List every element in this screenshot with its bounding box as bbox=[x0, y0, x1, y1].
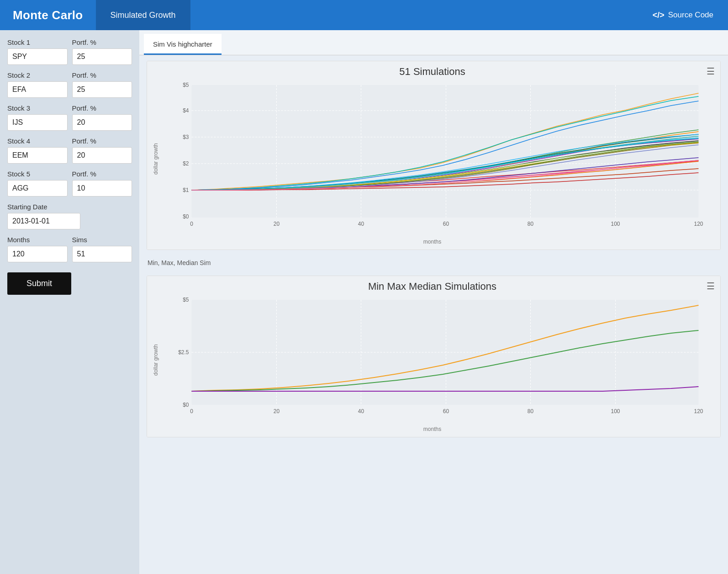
starting-date-label: Starting Date bbox=[7, 203, 132, 211]
svg-text:20: 20 bbox=[274, 408, 280, 415]
portf3-col: Portf. % bbox=[72, 104, 132, 131]
main-layout: Stock 1 Portf. % Stock 2 Portf. % Stock … bbox=[0, 30, 728, 574]
stock5-label: Stock 5 bbox=[7, 170, 68, 178]
chart1-svg: $5 $4 $3 $2 $1 $0 0 20 40 60 bbox=[163, 80, 714, 236]
portf4-input[interactable] bbox=[72, 147, 132, 164]
stock3-row: Stock 3 Portf. % bbox=[7, 104, 132, 131]
svg-text:$5: $5 bbox=[183, 82, 189, 88]
source-code-icon: </> bbox=[653, 11, 665, 20]
portf2-label: Portf. % bbox=[72, 71, 132, 79]
svg-text:120: 120 bbox=[694, 221, 703, 227]
chart2-svg-wrapper: dollar growth bbox=[151, 295, 714, 425]
portf1-col: Portf. % bbox=[72, 38, 132, 65]
app-header: Monte Carlo Simulated Growth </> Source … bbox=[0, 0, 728, 30]
portf4-label: Portf. % bbox=[72, 137, 132, 145]
chart1-menu-icon[interactable]: ☰ bbox=[707, 66, 715, 77]
chart2-title: Min Max Median Simulations bbox=[151, 281, 714, 292]
stock3-col: Stock 3 bbox=[7, 104, 68, 131]
svg-text:20: 20 bbox=[274, 221, 280, 227]
stock1-col: Stock 1 bbox=[7, 38, 68, 65]
source-code-label: Source Code bbox=[668, 11, 713, 20]
chart2-box: Min Max Median Simulations ☰ dollar grow… bbox=[147, 276, 720, 437]
sims-label: Sims bbox=[72, 236, 132, 244]
stock2-row: Stock 2 Portf. % bbox=[7, 71, 132, 98]
submit-button[interactable]: Submit bbox=[7, 272, 71, 295]
svg-text:$3: $3 bbox=[183, 134, 189, 140]
chart2-svg: $5 $2.5 $0 0 20 40 60 80 100 120 bbox=[163, 295, 714, 423]
stock5-input[interactable] bbox=[7, 180, 68, 197]
chart1-title: 51 Simulations bbox=[151, 66, 714, 78]
charts-container: 51 Simulations ☰ dollar growth bbox=[139, 55, 728, 445]
svg-text:120: 120 bbox=[694, 408, 703, 415]
stock1-row: Stock 1 Portf. % bbox=[7, 38, 132, 65]
portf1-label: Portf. % bbox=[72, 38, 132, 46]
chart1-box: 51 Simulations ☰ dollar growth bbox=[147, 61, 720, 250]
svg-text:80: 80 bbox=[528, 408, 534, 415]
stock2-label: Stock 2 bbox=[7, 71, 68, 79]
stock4-col: Stock 4 bbox=[7, 137, 68, 164]
svg-text:0: 0 bbox=[190, 221, 193, 227]
sidebar: Stock 1 Portf. % Stock 2 Portf. % Stock … bbox=[0, 30, 139, 574]
tab-sim-vis[interactable]: Sim Vis highcharter bbox=[144, 34, 222, 55]
chart2-y-label: dollar growth bbox=[151, 295, 161, 425]
header-active-tab[interactable]: Simulated Growth bbox=[96, 0, 190, 30]
stock2-col: Stock 2 bbox=[7, 71, 68, 98]
chart1-x-label: months bbox=[151, 239, 714, 245]
portf4-col: Portf. % bbox=[72, 137, 132, 164]
svg-text:60: 60 bbox=[443, 221, 449, 227]
svg-text:$0: $0 bbox=[183, 402, 189, 408]
chart1-section: 51 Simulations ☰ dollar growth bbox=[147, 61, 721, 250]
svg-text:100: 100 bbox=[611, 408, 620, 415]
stock2-input[interactable] bbox=[7, 81, 68, 98]
chart2-svg-area: $5 $2.5 $0 0 20 40 60 80 100 120 bbox=[163, 295, 714, 425]
svg-text:40: 40 bbox=[358, 221, 364, 227]
stock3-label: Stock 3 bbox=[7, 104, 68, 112]
svg-text:$5: $5 bbox=[183, 297, 189, 303]
content-area: Sim Vis highcharter 51 Simulations ☰ dol… bbox=[139, 30, 728, 574]
portf5-label: Portf. % bbox=[72, 170, 132, 178]
source-code-link[interactable]: </> Source Code bbox=[638, 11, 728, 20]
chart1-svg-area: $5 $4 $3 $2 $1 $0 0 20 40 60 bbox=[163, 80, 714, 238]
months-col: Months bbox=[7, 236, 68, 262]
starting-date-field: Starting Date bbox=[7, 203, 132, 229]
portf2-input[interactable] bbox=[72, 81, 132, 98]
chart2-section: Min Max Median Simulations ☰ dollar grow… bbox=[147, 276, 721, 437]
portf3-label: Portf. % bbox=[72, 104, 132, 112]
svg-text:$2.5: $2.5 bbox=[178, 349, 189, 356]
sims-col: Sims bbox=[72, 236, 132, 262]
stock4-input[interactable] bbox=[7, 147, 68, 164]
starting-date-input[interactable] bbox=[7, 213, 80, 229]
svg-text:$1: $1 bbox=[183, 187, 189, 193]
portf1-input[interactable] bbox=[72, 48, 132, 65]
stock5-row: Stock 5 Portf. % bbox=[7, 170, 132, 197]
months-input[interactable] bbox=[7, 246, 68, 262]
portf5-input[interactable] bbox=[72, 180, 132, 197]
chart1-y-label: dollar growth bbox=[151, 80, 161, 238]
svg-text:60: 60 bbox=[443, 408, 449, 415]
stock1-input[interactable] bbox=[7, 48, 68, 65]
chart2-x-label: months bbox=[151, 426, 714, 432]
chart2-section-label: Min, Max, Median Sim bbox=[147, 257, 721, 268]
portf5-col: Portf. % bbox=[72, 170, 132, 197]
sims-input[interactable] bbox=[72, 246, 132, 262]
months-label: Months bbox=[7, 236, 68, 244]
portf2-col: Portf. % bbox=[72, 71, 132, 98]
chart2-menu-icon[interactable]: ☰ bbox=[707, 281, 715, 292]
svg-text:0: 0 bbox=[190, 408, 193, 415]
svg-text:100: 100 bbox=[611, 221, 620, 227]
stock3-input[interactable] bbox=[7, 114, 68, 131]
chart1-svg-wrapper: dollar growth bbox=[151, 80, 714, 238]
svg-text:$2: $2 bbox=[183, 160, 189, 167]
portf3-input[interactable] bbox=[72, 114, 132, 131]
app-brand: Monte Carlo bbox=[0, 8, 96, 22]
months-sims-row: Months Sims bbox=[7, 236, 132, 262]
svg-text:80: 80 bbox=[528, 221, 534, 227]
tabs-row: Sim Vis highcharter bbox=[139, 30, 728, 55]
svg-text:$0: $0 bbox=[183, 213, 189, 220]
stock4-row: Stock 4 Portf. % bbox=[7, 137, 132, 164]
stock5-col: Stock 5 bbox=[7, 170, 68, 197]
svg-text:$4: $4 bbox=[183, 107, 189, 114]
svg-text:40: 40 bbox=[358, 408, 364, 415]
stock1-label: Stock 1 bbox=[7, 38, 68, 46]
stock4-label: Stock 4 bbox=[7, 137, 68, 145]
